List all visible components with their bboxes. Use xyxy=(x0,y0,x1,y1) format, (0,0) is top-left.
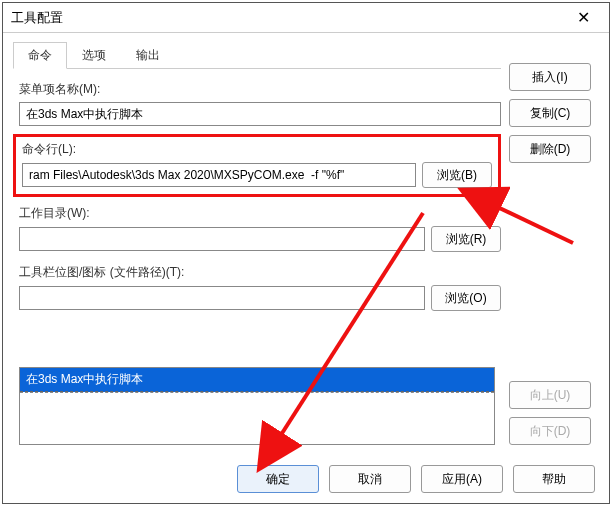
toolbar-icon-label: 工具栏位图/图标 (文件路径)(T): xyxy=(19,264,501,281)
help-button[interactable]: 帮助 xyxy=(513,465,595,493)
insert-button[interactable]: 插入(I) xyxy=(509,63,591,91)
menu-name-input[interactable] xyxy=(19,102,501,126)
browse-workdir-button[interactable]: 浏览(R) xyxy=(431,226,501,252)
browse-icon-button[interactable]: 浏览(O) xyxy=(431,285,501,311)
command-line-input[interactable] xyxy=(22,163,416,187)
apply-button[interactable]: 应用(A) xyxy=(421,465,503,493)
work-dir-input[interactable] xyxy=(19,227,425,251)
command-line-label: 命令行(L): xyxy=(22,141,492,158)
tool-config-dialog: 工具配置 ✕ 命令 选项 输出 菜单项名称(M): 命令行(L): xyxy=(2,2,610,504)
bottom-button-bar: 确定 取消 应用(A) 帮助 xyxy=(237,465,595,493)
right-column: 插入(I) 复制(C) 删除(D) 向上(U) 向下(D) xyxy=(509,41,599,445)
work-dir-block: 工作目录(W): 浏览(R) xyxy=(19,205,501,252)
content-area: 命令 选项 输出 菜单项名称(M): 命令行(L): 浏览(B) xyxy=(3,33,609,453)
tools-listbox[interactable]: 在3ds Max中执行脚本 xyxy=(19,367,495,445)
close-icon: ✕ xyxy=(577,8,590,27)
tab-command[interactable]: 命令 xyxy=(13,42,67,69)
titlebar: 工具配置 ✕ xyxy=(3,3,609,33)
tab-strip: 命令 选项 输出 xyxy=(13,41,501,69)
close-button[interactable]: ✕ xyxy=(565,4,601,32)
cancel-button[interactable]: 取消 xyxy=(329,465,411,493)
move-down-button[interactable]: 向下(D) xyxy=(509,417,591,445)
toolbar-icon-block: 工具栏位图/图标 (文件路径)(T): 浏览(O) xyxy=(19,264,501,311)
move-up-button[interactable]: 向上(U) xyxy=(509,381,591,409)
browse-command-button[interactable]: 浏览(B) xyxy=(422,162,492,188)
toolbar-icon-input[interactable] xyxy=(19,286,425,310)
menu-name-label: 菜单项名称(M): xyxy=(19,81,501,98)
copy-button[interactable]: 复制(C) xyxy=(509,99,591,127)
tab-options[interactable]: 选项 xyxy=(67,42,121,69)
left-column: 命令 选项 输出 菜单项名称(M): 命令行(L): 浏览(B) xyxy=(13,41,501,445)
delete-button[interactable]: 删除(D) xyxy=(509,135,591,163)
ok-button[interactable]: 确定 xyxy=(237,465,319,493)
command-line-highlight: 命令行(L): 浏览(B) xyxy=(13,134,501,197)
menu-name-block: 菜单项名称(M): xyxy=(19,81,501,126)
list-item[interactable]: 在3ds Max中执行脚本 xyxy=(20,368,494,392)
work-dir-label: 工作目录(W): xyxy=(19,205,501,222)
window-title: 工具配置 xyxy=(11,9,63,27)
tab-output[interactable]: 输出 xyxy=(121,42,175,69)
